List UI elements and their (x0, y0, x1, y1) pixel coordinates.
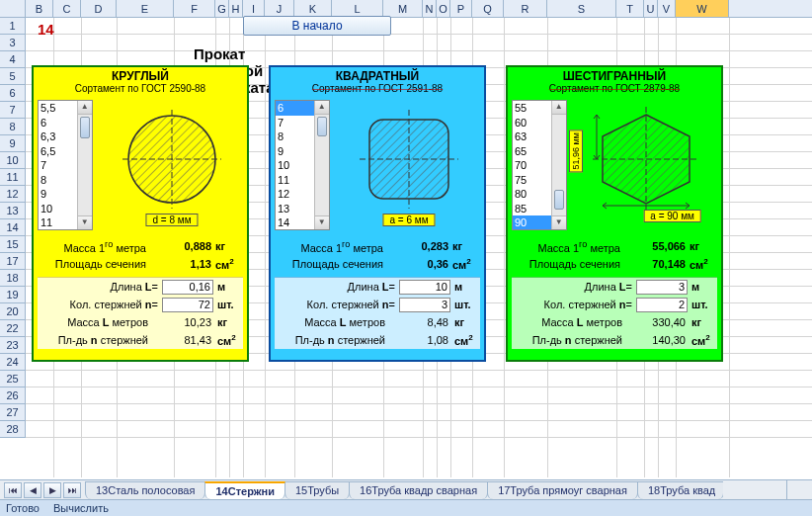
scroll-down-icon[interactable]: ▼ (78, 215, 92, 229)
size-option[interactable]: 5,5 (39, 101, 77, 116)
col-header-C[interactable]: C (53, 0, 81, 17)
scroll-up-icon[interactable]: ▲ (315, 101, 329, 115)
size-option[interactable]: 55 (513, 101, 551, 116)
size-option[interactable]: 85 (513, 202, 551, 216)
row-header-10[interactable]: 10 (0, 152, 26, 169)
row-header-28[interactable]: 28 (0, 421, 26, 438)
col-header-W[interactable]: W (676, 0, 729, 17)
row-header-24[interactable]: 24 (0, 354, 26, 371)
row-header-23[interactable]: 23 (0, 337, 26, 354)
row-header-12[interactable]: 12 (0, 186, 26, 203)
col-header-P[interactable]: P (450, 0, 472, 17)
round-count-input[interactable]: 72 (162, 298, 213, 312)
col-header-S[interactable]: S (547, 0, 616, 17)
column-headers[interactable]: BCDEFGHIJKLMNOPQRSTUVW (0, 0, 812, 18)
size-option[interactable]: 10 (276, 158, 314, 173)
row-header-11[interactable]: 11 (0, 169, 26, 186)
sheet-tab[interactable]: 18Труба квад (637, 481, 723, 499)
row-header-3[interactable]: 3 (0, 35, 26, 51)
hex-count-input[interactable]: 2 (636, 298, 688, 312)
col-header-R[interactable]: R (504, 0, 547, 17)
row-header-17[interactable]: 17 (0, 253, 26, 270)
row-header-14[interactable]: 14 (0, 219, 26, 236)
size-option[interactable]: 10 (39, 202, 77, 216)
size-option[interactable]: 9 (276, 144, 314, 159)
scroll-thumb[interactable] (554, 190, 564, 210)
size-option[interactable]: 90 (513, 215, 551, 229)
size-option[interactable]: 7 (276, 116, 314, 130)
col-header-G[interactable]: G (215, 0, 229, 17)
size-option[interactable]: 6 (39, 116, 77, 130)
sheet-tab[interactable]: 13Сталь полосовая (85, 481, 205, 499)
col-header-U[interactable]: U (644, 0, 658, 17)
row-header-15[interactable]: 15 (0, 236, 26, 253)
size-option[interactable]: 12 (276, 187, 314, 202)
sheet-tab[interactable]: 14Стержни (204, 481, 284, 499)
row-header-13[interactable]: 13 (0, 203, 26, 219)
hex-size-scrollbar[interactable]: ▲ ▼ (551, 101, 566, 229)
select-all-corner[interactable] (0, 0, 26, 17)
col-header-K[interactable]: K (294, 0, 332, 17)
size-option[interactable]: 14 (276, 215, 314, 229)
start-button[interactable]: В начало (243, 16, 391, 36)
row-header-25[interactable]: 25 (0, 371, 26, 387)
row-header-8[interactable]: 8 (0, 119, 26, 135)
row-header-20[interactable]: 20 (0, 303, 26, 320)
tab-last-icon[interactable]: ⏭ (63, 482, 81, 498)
size-option[interactable]: 70 (513, 158, 551, 173)
size-option[interactable]: 60 (513, 116, 551, 130)
scroll-up-icon[interactable]: ▲ (78, 101, 92, 115)
size-option[interactable]: 11 (39, 215, 77, 229)
col-header-M[interactable]: M (383, 0, 423, 17)
row-header-22[interactable]: 22 (0, 320, 26, 337)
col-header-O[interactable]: O (437, 0, 450, 17)
size-option[interactable]: 8 (276, 129, 314, 144)
square-count-input[interactable]: 3 (399, 298, 450, 312)
sheet-tab[interactable]: 16Труба квадр сварная (349, 481, 488, 499)
hex-length-input[interactable]: 3 (636, 280, 688, 295)
col-header-T[interactable]: T (616, 0, 644, 17)
col-header-N[interactable]: N (423, 0, 437, 17)
size-option[interactable]: 63 (513, 129, 551, 144)
col-header-J[interactable]: J (265, 0, 294, 17)
sheet-tab[interactable]: 15Трубы (284, 481, 350, 499)
horizontal-scrollbar[interactable] (786, 479, 812, 499)
row-header-6[interactable]: 6 (0, 85, 26, 102)
size-option[interactable]: 13 (276, 202, 314, 216)
hex-size-list[interactable]: 55606365707580859095 ▲ ▼ (512, 100, 567, 230)
scroll-down-icon[interactable]: ▼ (315, 215, 329, 229)
sheet-tab[interactable]: 17Труба прямоуг сварная (487, 481, 638, 499)
col-header-L[interactable]: L (332, 0, 383, 17)
row-header-5[interactable]: 5 (0, 68, 26, 85)
col-header-V[interactable]: V (658, 0, 676, 17)
round-size-scrollbar[interactable]: ▲ ▼ (77, 101, 92, 229)
col-header-I[interactable]: I (243, 0, 265, 17)
row-header-7[interactable]: 7 (0, 102, 26, 119)
tab-first-icon[interactable]: ⏮ (4, 482, 22, 498)
col-header-Q[interactable]: Q (472, 0, 504, 17)
row-header-1[interactable]: 1 (0, 18, 26, 35)
round-size-list[interactable]: 5,566,36,5789101112 ▲ ▼ (38, 100, 93, 230)
row-header-18[interactable]: 18 (0, 270, 26, 287)
square-length-input[interactable]: 10 (399, 280, 450, 295)
round-length-input[interactable]: 0,16 (162, 280, 213, 295)
size-option[interactable]: 8 (39, 173, 77, 188)
row-header-27[interactable]: 27 (0, 404, 26, 421)
scroll-up-icon[interactable]: ▲ (552, 101, 566, 115)
scroll-down-icon[interactable]: ▼ (552, 215, 566, 229)
size-option[interactable]: 9 (39, 187, 77, 202)
size-option[interactable]: 11 (276, 173, 314, 188)
col-header-B[interactable]: B (26, 0, 53, 17)
size-option[interactable]: 75 (513, 173, 551, 188)
row-header-19[interactable]: 19 (0, 287, 26, 303)
size-option[interactable]: 7 (39, 158, 77, 173)
col-header-E[interactable]: E (117, 0, 174, 17)
tab-prev-icon[interactable]: ◀ (24, 482, 41, 498)
scroll-thumb[interactable] (317, 117, 327, 136)
row-header-9[interactable]: 9 (0, 135, 26, 152)
col-header-F[interactable]: F (174, 0, 215, 17)
tab-next-icon[interactable]: ▶ (43, 482, 61, 498)
square-size-list[interactable]: 67891011121314 ▲ ▼ (275, 100, 330, 230)
size-option[interactable]: 65 (513, 144, 551, 159)
size-option[interactable]: 6,3 (39, 129, 77, 144)
